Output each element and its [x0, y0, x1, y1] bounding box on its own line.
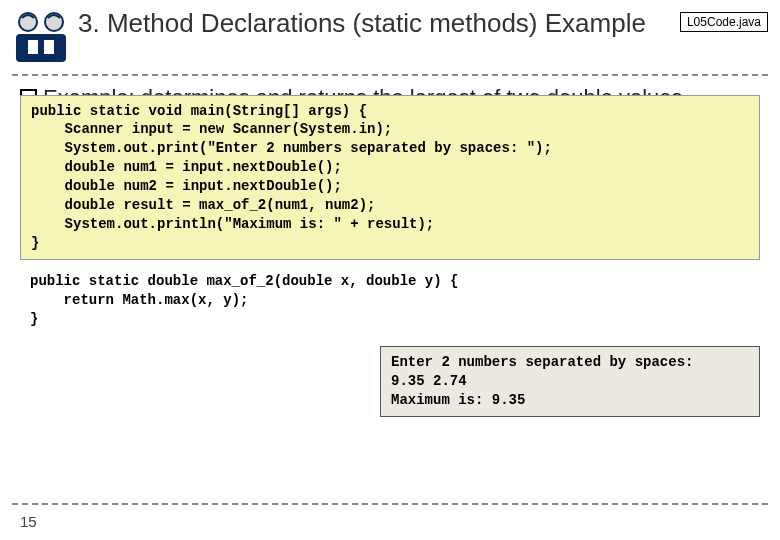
svg-rect-2 [44, 40, 54, 54]
svg-rect-0 [16, 34, 66, 62]
slide-header: 3. Method Declarations (static methods) … [0, 0, 780, 70]
main-method-code: public static void main(String[] args) {… [20, 95, 760, 260]
slide-number: 15 [20, 513, 780, 530]
footer-divider [12, 503, 768, 505]
university-crest-icon [12, 8, 70, 66]
file-name-label: L05Code.java [680, 12, 768, 32]
header-divider [12, 74, 768, 76]
slide-footer: 15 [0, 499, 780, 530]
program-output: Enter 2 numbers separated by spaces: 9.3… [380, 346, 760, 417]
svg-rect-1 [28, 40, 38, 54]
helper-method-code: public static double max_of_2(double x, … [20, 266, 760, 335]
slide-title: 3. Method Declarations (static methods) … [78, 8, 680, 39]
